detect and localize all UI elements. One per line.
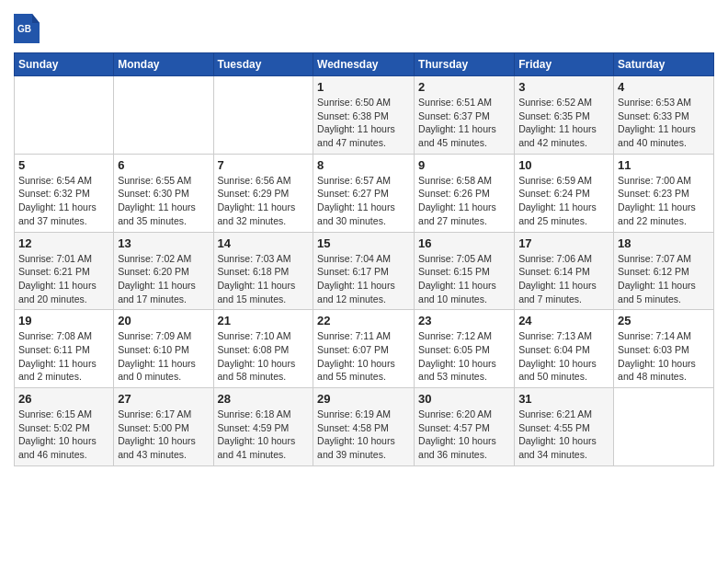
calendar-cell: 22Sunrise: 7:11 AM Sunset: 6:07 PM Dayli… — [313, 310, 415, 388]
weekday-header-sunday: Sunday — [15, 53, 114, 76]
logo-icon: GB — [14, 14, 40, 43]
calendar-cell — [114, 76, 213, 155]
calendar-cell: 19Sunrise: 7:08 AM Sunset: 6:11 PM Dayli… — [15, 310, 114, 388]
day-info: Sunrise: 7:04 AM Sunset: 6:17 PM Dayligh… — [317, 252, 410, 306]
day-number: 31 — [518, 392, 609, 406]
day-info: Sunrise: 6:59 AM Sunset: 6:24 PM Dayligh… — [518, 174, 609, 228]
day-info: Sunrise: 6:17 AM Sunset: 5:00 PM Dayligh… — [118, 408, 209, 462]
calendar-cell: 9Sunrise: 6:58 AM Sunset: 6:26 PM Daylig… — [415, 154, 515, 232]
day-info: Sunrise: 6:53 AM Sunset: 6:33 PM Dayligh… — [618, 96, 710, 150]
calendar-cell: 30Sunrise: 6:20 AM Sunset: 4:57 PM Dayli… — [415, 388, 515, 466]
calendar-cell: 4Sunrise: 6:53 AM Sunset: 6:33 PM Daylig… — [614, 76, 714, 155]
day-info: Sunrise: 6:20 AM Sunset: 4:57 PM Dayligh… — [418, 408, 510, 462]
calendar-cell: 6Sunrise: 6:55 AM Sunset: 6:30 PM Daylig… — [114, 154, 213, 232]
day-info: Sunrise: 7:10 AM Sunset: 6:08 PM Dayligh… — [218, 329, 310, 384]
day-info: Sunrise: 7:13 AM Sunset: 6:04 PM Dayligh… — [518, 329, 609, 384]
calendar-cell: 3Sunrise: 6:52 AM Sunset: 6:35 PM Daylig… — [515, 76, 614, 155]
calendar-cell: 1Sunrise: 6:50 AM Sunset: 6:38 PM Daylig… — [313, 76, 415, 155]
calendar-cell — [614, 388, 714, 466]
calendar-cell: 2Sunrise: 6:51 AM Sunset: 6:37 PM Daylig… — [415, 76, 515, 155]
calendar-cell: 20Sunrise: 7:09 AM Sunset: 6:10 PM Dayli… — [114, 310, 213, 388]
day-info: Sunrise: 6:54 AM Sunset: 6:32 PM Dayligh… — [18, 174, 109, 228]
day-info: Sunrise: 7:11 AM Sunset: 6:07 PM Dayligh… — [317, 329, 410, 384]
weekday-header-saturday: Saturday — [614, 53, 714, 76]
calendar-cell: 25Sunrise: 7:14 AM Sunset: 6:03 PM Dayli… — [614, 310, 714, 388]
day-info: Sunrise: 7:02 AM Sunset: 6:20 PM Dayligh… — [118, 252, 209, 306]
day-number: 14 — [218, 236, 310, 250]
day-info: Sunrise: 6:50 AM Sunset: 6:38 PM Dayligh… — [317, 96, 410, 150]
svg-marker-1 — [32, 14, 40, 23]
day-info: Sunrise: 6:15 AM Sunset: 5:02 PM Dayligh… — [18, 408, 109, 462]
day-number: 25 — [618, 314, 710, 327]
day-number: 2 — [418, 80, 510, 94]
calendar-cell: 31Sunrise: 6:21 AM Sunset: 4:55 PM Dayli… — [515, 388, 614, 466]
day-number: 9 — [418, 158, 510, 172]
logo: GB — [14, 14, 40, 43]
calendar-cell: 16Sunrise: 7:05 AM Sunset: 6:15 PM Dayli… — [415, 232, 515, 310]
day-info: Sunrise: 6:57 AM Sunset: 6:27 PM Dayligh… — [317, 174, 410, 228]
day-info: Sunrise: 7:07 AM Sunset: 6:12 PM Dayligh… — [618, 252, 710, 306]
calendar-cell: 24Sunrise: 7:13 AM Sunset: 6:04 PM Dayli… — [515, 310, 614, 388]
calendar-cell: 29Sunrise: 6:19 AM Sunset: 4:58 PM Dayli… — [313, 388, 415, 466]
calendar-cell: 23Sunrise: 7:12 AM Sunset: 6:05 PM Dayli… — [415, 310, 515, 388]
day-number: 19 — [18, 314, 109, 327]
day-info: Sunrise: 6:55 AM Sunset: 6:30 PM Dayligh… — [118, 174, 209, 228]
svg-text:GB: GB — [17, 24, 31, 34]
calendar-cell: 7Sunrise: 6:56 AM Sunset: 6:29 PM Daylig… — [213, 154, 313, 232]
day-number: 1 — [317, 80, 410, 94]
calendar-cell: 13Sunrise: 7:02 AM Sunset: 6:20 PM Dayli… — [114, 232, 213, 310]
day-number: 4 — [618, 80, 710, 94]
day-number: 10 — [518, 158, 609, 172]
day-info: Sunrise: 7:06 AM Sunset: 6:14 PM Dayligh… — [518, 252, 609, 306]
calendar-cell: 5Sunrise: 6:54 AM Sunset: 6:32 PM Daylig… — [15, 154, 114, 232]
calendar-cell: 26Sunrise: 6:15 AM Sunset: 5:02 PM Dayli… — [15, 388, 114, 466]
day-number: 28 — [218, 392, 310, 406]
day-number: 29 — [317, 392, 410, 406]
calendar-cell: 11Sunrise: 7:00 AM Sunset: 6:23 PM Dayli… — [614, 154, 714, 232]
weekday-header-tuesday: Tuesday — [213, 53, 313, 76]
day-info: Sunrise: 6:52 AM Sunset: 6:35 PM Dayligh… — [518, 96, 609, 150]
day-number: 7 — [218, 158, 310, 172]
calendar-cell — [15, 76, 114, 155]
day-number: 13 — [118, 236, 209, 250]
day-number: 22 — [317, 314, 410, 327]
day-number: 17 — [518, 236, 609, 250]
day-number: 16 — [418, 236, 510, 250]
day-number: 20 — [118, 314, 209, 327]
calendar-cell: 15Sunrise: 7:04 AM Sunset: 6:17 PM Dayli… — [313, 232, 415, 310]
day-number: 24 — [518, 314, 609, 327]
weekday-header-thursday: Thursday — [415, 53, 515, 76]
day-number: 30 — [418, 392, 510, 406]
day-info: Sunrise: 6:51 AM Sunset: 6:37 PM Dayligh… — [418, 96, 510, 150]
day-info: Sunrise: 7:08 AM Sunset: 6:11 PM Dayligh… — [18, 329, 109, 384]
weekday-header-wednesday: Wednesday — [313, 53, 415, 76]
day-info: Sunrise: 7:03 AM Sunset: 6:18 PM Dayligh… — [218, 252, 310, 306]
calendar-cell: 12Sunrise: 7:01 AM Sunset: 6:21 PM Dayli… — [15, 232, 114, 310]
day-number: 18 — [618, 236, 710, 250]
day-number: 8 — [317, 158, 410, 172]
day-number: 3 — [518, 80, 609, 94]
calendar-cell: 18Sunrise: 7:07 AM Sunset: 6:12 PM Dayli… — [614, 232, 714, 310]
day-number: 26 — [18, 392, 109, 406]
page-header: GB — [14, 14, 714, 43]
day-number: 11 — [618, 158, 710, 172]
day-info: Sunrise: 6:21 AM Sunset: 4:55 PM Dayligh… — [518, 408, 609, 462]
day-number: 6 — [118, 158, 209, 172]
day-info: Sunrise: 7:00 AM Sunset: 6:23 PM Dayligh… — [618, 174, 710, 228]
calendar-cell: 21Sunrise: 7:10 AM Sunset: 6:08 PM Dayli… — [213, 310, 313, 388]
day-number: 21 — [218, 314, 310, 327]
day-info: Sunrise: 7:14 AM Sunset: 6:03 PM Dayligh… — [618, 329, 710, 384]
calendar-table: SundayMondayTuesdayWednesdayThursdayFrid… — [14, 52, 714, 466]
calendar-cell — [213, 76, 313, 155]
day-number: 12 — [18, 236, 109, 250]
day-info: Sunrise: 7:01 AM Sunset: 6:21 PM Dayligh… — [18, 252, 109, 306]
day-number: 15 — [317, 236, 410, 250]
calendar-cell: 14Sunrise: 7:03 AM Sunset: 6:18 PM Dayli… — [213, 232, 313, 310]
calendar-cell: 10Sunrise: 6:59 AM Sunset: 6:24 PM Dayli… — [515, 154, 614, 232]
day-info: Sunrise: 6:18 AM Sunset: 4:59 PM Dayligh… — [218, 408, 310, 462]
calendar-cell: 17Sunrise: 7:06 AM Sunset: 6:14 PM Dayli… — [515, 232, 614, 310]
day-info: Sunrise: 6:58 AM Sunset: 6:26 PM Dayligh… — [418, 174, 510, 228]
calendar-cell: 27Sunrise: 6:17 AM Sunset: 5:00 PM Dayli… — [114, 388, 213, 466]
day-info: Sunrise: 6:56 AM Sunset: 6:29 PM Dayligh… — [218, 174, 310, 228]
weekday-header-monday: Monday — [114, 53, 213, 76]
